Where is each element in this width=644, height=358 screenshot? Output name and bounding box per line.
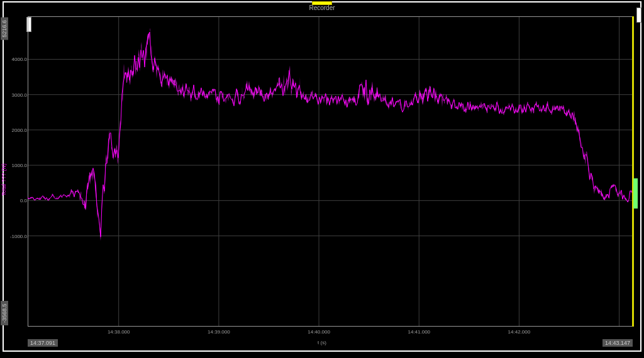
- y-tick-label: 0.0: [20, 198, 27, 203]
- x-tick-label: 14:41.000: [408, 329, 430, 335]
- x-axis-end-badge: 14:43.147: [602, 339, 633, 347]
- y-axis-min-badge: -3568.5: [1, 301, 8, 325]
- x-tick-label: 14:39.000: [208, 329, 230, 335]
- x-tick-label: 14:40.000: [308, 329, 330, 335]
- x-tick-label: 14:42.000: [508, 329, 531, 335]
- x-axis-title: t (s): [318, 340, 326, 345]
- recorder-window: Recorder 5216.6 -3568.5 Total ??? (N) 40…: [3, 1, 641, 352]
- chart-title: Recorder: [4, 3, 640, 14]
- y-tick-label: 2000.0: [12, 127, 27, 133]
- y-tick-label: 1000.0: [12, 163, 27, 168]
- y-tick-label: 4000.0: [12, 57, 27, 62]
- y-axis-ticks: 4000.03000.02000.01000.00.0-1000.0: [14, 16, 27, 327]
- time-cursor[interactable]: [632, 16, 634, 327]
- plot-area[interactable]: [28, 16, 634, 327]
- y-axis-max-badge: 5216.6: [1, 18, 8, 40]
- y-axis-title: Total ??? (N): [1, 163, 7, 196]
- right-green-indicator: [633, 178, 638, 209]
- x-tick-label: 14:38.000: [108, 329, 130, 335]
- y-tick-label: -1000.0: [10, 233, 27, 239]
- x-axis-ticks: 14:38.00014:39.00014:40.00014:41.00014:4…: [28, 329, 634, 337]
- signal-chart: [28, 16, 634, 327]
- y-tick-label: 3000.0: [12, 92, 27, 97]
- x-axis-start-badge: 14:37.091: [28, 339, 58, 347]
